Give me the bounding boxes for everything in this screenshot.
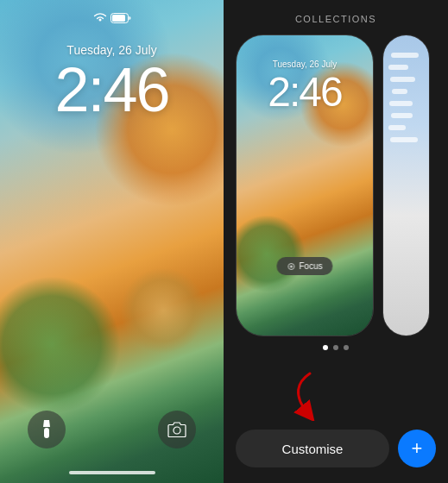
- svg-point-4: [290, 265, 293, 267]
- focus-badge: Focus: [276, 257, 332, 275]
- focus-badge-label: Focus: [299, 261, 322, 271]
- bottom-action-bar: Customise +: [236, 430, 436, 467]
- clouds: [383, 53, 429, 142]
- preview-time: 2:46: [237, 72, 373, 113]
- battery-icon: [110, 13, 131, 25]
- cloud-4: [392, 89, 407, 94]
- wallpaper-bg: Tuesday, 26 July 2:46 Focus: [237, 35, 373, 336]
- arrow-indicator: [284, 369, 336, 424]
- collections-panel: COLLECTIONS Tuesday, 26 July 2:46 Focus: [224, 0, 448, 483]
- collections-title: COLLECTIONS: [295, 14, 376, 24]
- status-bar: [0, 12, 224, 25]
- svg-rect-2: [44, 428, 49, 438]
- page-dots: [323, 345, 349, 350]
- bottom-quick-actions: [0, 411, 224, 448]
- wifi-icon: [93, 12, 107, 25]
- preview-date: Tuesday, 26 July: [237, 60, 373, 69]
- cloud-5: [389, 101, 413, 106]
- add-button[interactable]: +: [398, 430, 436, 467]
- blob-yellow: [120, 267, 206, 354]
- cloud-7: [388, 125, 406, 130]
- customise-button[interactable]: Customise: [236, 430, 389, 467]
- dot-2: [333, 345, 338, 350]
- blob-green: [0, 276, 121, 414]
- collections-scroll[interactable]: Tuesday, 26 July 2:46 Focus: [224, 34, 448, 336]
- main-wallpaper-preview[interactable]: Tuesday, 26 July 2:46 Focus: [236, 34, 374, 336]
- dot-3: [344, 345, 349, 350]
- flashlight-button[interactable]: [28, 411, 66, 448]
- preview-blob-green: [237, 215, 306, 292]
- cloud-8: [390, 137, 418, 142]
- cloud-1: [391, 53, 419, 58]
- dot-1: [323, 345, 328, 350]
- cloud-6: [391, 113, 413, 118]
- lock-screen-time: 2:46: [0, 59, 224, 121]
- svg-point-3: [174, 427, 180, 434]
- lock-screen: Tuesday, 26 July 2:46: [0, 0, 224, 483]
- partial-bg: [383, 35, 429, 336]
- secondary-wallpaper-preview[interactable]: [382, 34, 430, 336]
- cloud-3: [390, 77, 415, 82]
- svg-rect-1: [112, 15, 125, 22]
- camera-button[interactable]: [158, 411, 196, 448]
- cloud-2: [388, 65, 408, 70]
- home-indicator: [69, 471, 155, 474]
